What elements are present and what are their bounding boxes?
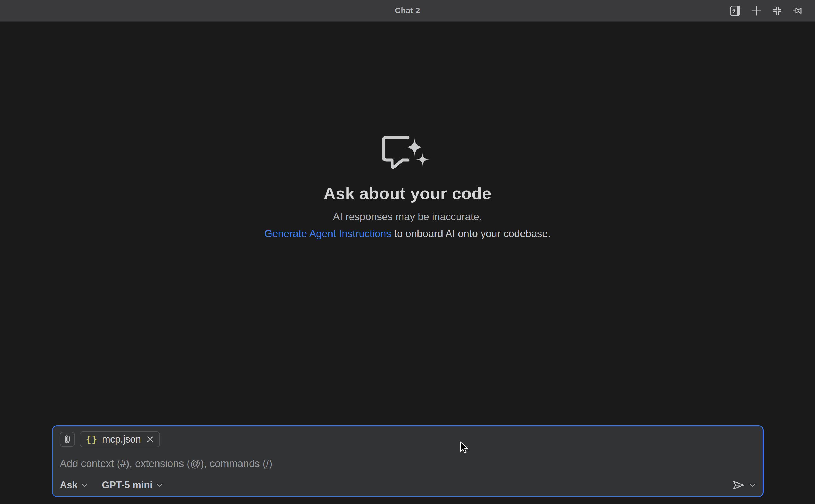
ai-chat-panel: { "titlebar": { "title": "Chat 2", "icon…	[0, 0, 815, 504]
chat-input-container[interactable]: {} mcp.json Add context (#), extensions …	[52, 425, 764, 497]
remove-context-icon[interactable]	[146, 436, 154, 443]
chat-bubble-sparkles-icon	[382, 133, 433, 171]
pin-icon[interactable]	[792, 5, 804, 17]
generate-agent-instructions-link[interactable]: Generate Agent Instructions	[264, 228, 391, 239]
chat-title: Chat 2	[395, 6, 420, 15]
context-chip-row: {} mcp.json	[60, 431, 756, 447]
mode-selector-label: Ask	[60, 479, 78, 491]
context-chip-mcp-json[interactable]: {} mcp.json	[80, 431, 160, 447]
model-selector-label: GPT-5 mini	[102, 479, 153, 491]
ai-disclaimer-text: AI responses may be inaccurate.	[333, 211, 482, 223]
model-selector[interactable]: GPT-5 mini	[102, 479, 163, 491]
dock-panel-icon[interactable]	[729, 5, 741, 17]
send-button[interactable]	[732, 479, 745, 491]
message-input[interactable]: Add context (#), extensions (@), command…	[60, 457, 756, 470]
attach-file-button[interactable]	[60, 432, 75, 447]
chat-titlebar: Chat 2	[0, 0, 815, 22]
message-input-placeholder: Add context (#), extensions (@), command…	[60, 458, 272, 470]
chevron-down-icon	[156, 483, 163, 487]
chevron-down-icon	[81, 483, 88, 487]
mode-selector[interactable]: Ask	[60, 479, 88, 491]
send-group	[732, 479, 756, 491]
context-chip-label: mcp.json	[102, 434, 141, 445]
collapse-icon[interactable]	[771, 5, 783, 17]
composer-toolbar: Ask GPT-5 mini	[60, 479, 756, 491]
send-options-chevron-icon[interactable]	[749, 483, 756, 487]
titlebar-actions	[729, 0, 804, 22]
onboard-suffix-text: to onboard AI onto your codebase.	[391, 228, 551, 239]
json-file-icon: {}	[86, 434, 98, 445]
paper-plane-icon	[732, 479, 745, 491]
empty-state-title: Ask about your code	[324, 184, 492, 203]
onboard-line: Generate Agent Instructions to onboard A…	[264, 228, 551, 240]
new-chat-icon[interactable]	[750, 5, 762, 17]
